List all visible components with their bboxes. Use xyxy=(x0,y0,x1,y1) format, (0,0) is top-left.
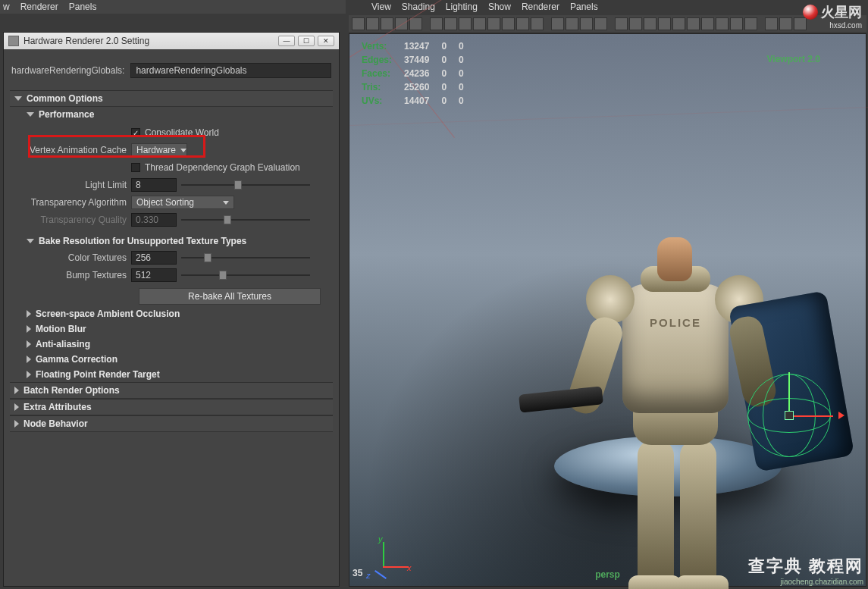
light-limit-input[interactable]: 8 xyxy=(131,178,177,192)
rotation-gizmo[interactable] xyxy=(740,366,838,465)
toolbar-icon[interactable] xyxy=(366,17,379,30)
chevron-down-icon xyxy=(180,149,186,152)
toolbar-icon[interactable] xyxy=(459,17,472,30)
chevron-right-icon xyxy=(14,387,19,394)
menu-item[interactable]: View xyxy=(371,2,391,12)
toolbar-icon[interactable] xyxy=(658,17,671,30)
consolidate-world-label: Consolidate World xyxy=(145,127,219,138)
viewport-3d[interactable]: Verts:1324700Edges:3744900Faces:2423600T… xyxy=(349,33,866,587)
transparency-algorithm-label: Transparency Algorithm xyxy=(10,197,131,208)
toolbar-icon[interactable] xyxy=(730,17,743,30)
transparency-quality-input: 0.330 xyxy=(131,213,177,227)
thread-dependency-label: Thread Dependency Graph Evaluation xyxy=(145,162,300,173)
chevron-down-icon xyxy=(223,201,229,205)
chevron-right-icon xyxy=(27,340,31,348)
toolbar-icon[interactable] xyxy=(629,17,642,30)
character-mesh[interactable] xyxy=(448,125,736,519)
toolbar-icon[interactable] xyxy=(580,17,593,30)
toolbar-icon[interactable] xyxy=(765,17,778,30)
chevron-right-icon xyxy=(27,325,31,333)
toolbar-icon[interactable] xyxy=(430,17,443,30)
minimize-button[interactable]: — xyxy=(278,36,295,46)
transparency-quality-label: Transparency Quality xyxy=(10,215,131,225)
section-collapsed[interactable]: Node Behavior xyxy=(10,415,333,432)
toolbar-icon[interactable] xyxy=(716,17,729,30)
hud-stats: Verts:1324700Edges:3744900Faces:2423600T… xyxy=(360,39,476,108)
transparency-algorithm-dropdown[interactable]: Object Sorting xyxy=(131,196,234,209)
chevron-right-icon xyxy=(27,356,31,363)
view-axis-gizmo: y x z xyxy=(365,537,403,575)
window-titlebar[interactable]: Hardware Renderer 2.0 Setting — ☐ ✕ xyxy=(4,33,339,49)
color-textures-slider[interactable] xyxy=(181,251,310,265)
close-button[interactable]: ✕ xyxy=(318,36,334,46)
toolbar-icon[interactable] xyxy=(516,17,529,30)
menu-item[interactable]: Panels xyxy=(570,2,598,12)
bump-textures-slider[interactable] xyxy=(181,268,310,282)
hud-camera-name: persp xyxy=(595,569,620,580)
toolbar-icon[interactable] xyxy=(502,17,515,30)
menu-item[interactable]: Panels xyxy=(69,2,97,12)
toolbar-icon[interactable] xyxy=(444,17,457,30)
vertex-animation-cache-dropdown[interactable]: Hardware xyxy=(131,143,187,157)
light-limit-label: Light Limit xyxy=(10,180,131,190)
toolbar-icon[interactable] xyxy=(551,17,564,30)
watermark-bottom: 查字典 教程网 jiaocheng.chazidian.com xyxy=(748,555,863,586)
globals-label: hardwareRenderingGlobals: xyxy=(11,65,124,76)
toolbar-icon[interactable] xyxy=(744,17,757,30)
section-collapsed[interactable]: Extra Attributes xyxy=(10,399,333,415)
color-textures-label: Color Textures xyxy=(10,252,131,263)
light-limit-slider[interactable] xyxy=(181,178,310,192)
toolbar-icon[interactable] xyxy=(672,17,685,30)
menu-item[interactable]: Renderer xyxy=(522,2,559,12)
chevron-right-icon xyxy=(14,420,19,428)
chevron-down-icon xyxy=(27,239,34,243)
vac-label: Vertex Animation Cache xyxy=(10,145,131,155)
viewport-menubar: View Shading Lighting Show Renderer Pane… xyxy=(371,0,598,14)
section-bake-resolution[interactable]: Bake Resolution for Unsupported Texture … xyxy=(10,233,333,249)
consolidate-world-checkbox[interactable]: ✓ xyxy=(131,128,140,137)
menu-item[interactable]: Renderer xyxy=(20,2,58,12)
bump-textures-input[interactable]: 512 xyxy=(131,268,177,282)
toolbar-icon[interactable] xyxy=(531,17,544,30)
toolbar-icon[interactable] xyxy=(566,17,578,30)
menu-item[interactable]: Lighting xyxy=(446,2,478,12)
viewport-renderer-label: Viewport 2.0 xyxy=(767,54,820,64)
toolbar-icon[interactable] xyxy=(615,17,628,30)
watermark-top: 火星网 hxsd.com xyxy=(785,3,862,30)
section-collapsed[interactable]: Floating Point Render Target xyxy=(10,367,333,382)
thread-dependency-checkbox[interactable] xyxy=(131,163,140,172)
maximize-button[interactable]: ☐ xyxy=(298,36,315,46)
toolbar-icon[interactable] xyxy=(687,17,700,30)
toolbar-icon[interactable] xyxy=(644,17,656,30)
toolbar-icon[interactable] xyxy=(487,17,500,30)
section-collapsed[interactable]: Batch Render Options xyxy=(10,382,333,399)
chevron-right-icon xyxy=(27,371,31,378)
hud-frame-number: 35 xyxy=(353,568,362,578)
toolbar-icon[interactable] xyxy=(352,17,365,30)
app-icon xyxy=(8,36,19,46)
section-collapsed[interactable]: Screen-space Ambient Occlusion xyxy=(10,306,333,321)
rebake-all-button[interactable]: Re-bake All Textures xyxy=(139,288,321,305)
menu-item[interactable]: Show xyxy=(488,2,511,12)
section-collapsed[interactable]: Anti-aliasing xyxy=(10,337,333,352)
panel-menubar: w Renderer Panels xyxy=(0,0,346,14)
chevron-down-icon xyxy=(27,112,34,117)
section-collapsed[interactable]: Motion Blur xyxy=(10,321,333,337)
chevron-down-icon xyxy=(14,96,22,101)
section-performance[interactable]: Performance xyxy=(10,107,333,122)
chevron-right-icon xyxy=(14,403,19,411)
menu-item[interactable]: w xyxy=(3,2,10,12)
toolbar-icon[interactable] xyxy=(701,17,714,30)
window-title: Hardware Renderer 2.0 Setting xyxy=(24,36,149,46)
bump-textures-label: Bump Textures xyxy=(10,270,131,280)
hardware-renderer-settings-window: Hardware Renderer 2.0 Setting — ☐ ✕ hard… xyxy=(3,32,340,587)
toolbar-icon[interactable] xyxy=(473,17,486,30)
transparency-quality-slider xyxy=(181,213,310,227)
toolbar-icon[interactable] xyxy=(381,17,393,30)
globals-field[interactable]: hardwareRenderingGlobals xyxy=(130,63,331,78)
section-common-options[interactable]: Common Options xyxy=(10,90,333,107)
chevron-right-icon xyxy=(27,310,31,318)
section-collapsed[interactable]: Gamma Correction xyxy=(10,352,333,367)
color-textures-input[interactable]: 256 xyxy=(131,251,177,265)
toolbar-icon[interactable] xyxy=(594,17,607,30)
